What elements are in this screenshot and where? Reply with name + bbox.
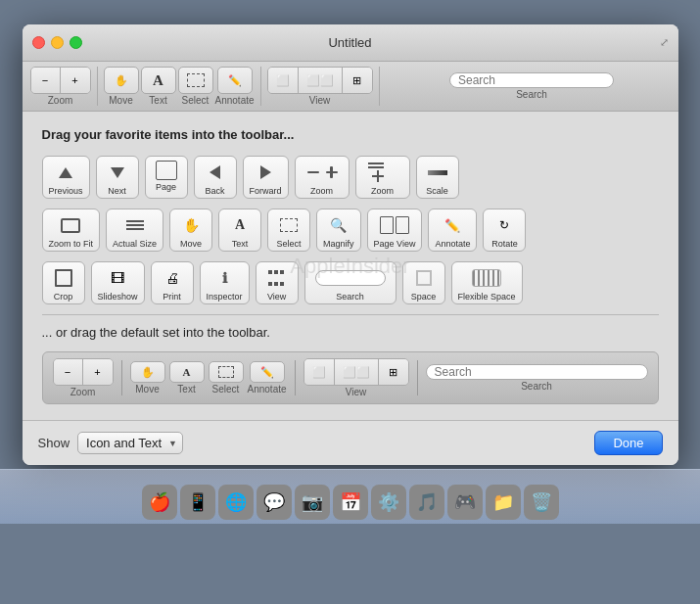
main-window: Untitled ⤢ − + Zoom ✋ Move A <box>23 24 678 465</box>
hand-icon: ✋ <box>115 74 128 87</box>
item-rotate[interactable]: ↻ Rotate <box>483 209 526 252</box>
close-button[interactable] <box>32 36 45 49</box>
toolbar-select-group: Select <box>178 67 213 106</box>
dock-icon-1[interactable]: 📱 <box>180 485 215 520</box>
annotate-btn[interactable]: ✏️ <box>217 67 253 94</box>
item-print[interactable]: 🖨 Print <box>151 261 194 304</box>
default-text-btn[interactable]: A <box>169 361 205 383</box>
show-select[interactable]: Icon and Text Icon Only Text Only <box>77 432 183 454</box>
default-zoom-label: Zoom <box>70 387 96 397</box>
previous-label: Previous <box>49 186 83 196</box>
zoom-segmented[interactable]: − + <box>30 67 91 94</box>
default-sep1 <box>121 360 122 395</box>
window-title: Untitled <box>328 35 371 50</box>
select-item-label: Select <box>277 239 302 249</box>
search-item-label: Search <box>336 292 364 302</box>
flexible-space-icon <box>472 266 501 290</box>
item-text[interactable]: A Text <box>218 209 261 252</box>
dock-icon-2[interactable]: 🌐 <box>218 485 254 520</box>
dock-icon-0[interactable]: 🍎 <box>142 485 177 520</box>
dock-icon-6[interactable]: ⚙️ <box>371 485 406 520</box>
dock: 🍎 📱 🌐 💬 📷 📅 ⚙️ 🎵 🎮 📁 🗑️ <box>0 469 700 524</box>
done-button[interactable]: Done <box>594 431 662 455</box>
space-label: Space <box>411 292 437 302</box>
view-double[interactable]: ⬜⬜ <box>299 68 343 93</box>
item-actual-size[interactable]: Actual Size <box>106 209 163 252</box>
dock-icon-5[interactable]: 📅 <box>333 485 368 520</box>
view-single[interactable]: ⬜ <box>268 68 299 93</box>
item-flexible-space[interactable]: Flexible Space <box>451 261 523 304</box>
default-view-seg[interactable]: ⬜ ⬜⬜ ⊞ <box>303 358 409 386</box>
item-next[interactable]: Next <box>96 156 139 199</box>
default-zoom-in[interactable]: + <box>83 359 113 385</box>
default-annotate-label: Annotate <box>248 384 287 395</box>
maximize-button[interactable] <box>70 36 82 49</box>
item-select[interactable]: Select <box>267 209 310 252</box>
default-view-3[interactable]: ⊞ <box>379 359 408 385</box>
item-page[interactable]: Page <box>145 156 188 199</box>
default-zoom-seg[interactable]: − + <box>53 358 114 386</box>
zoom1-label: Zoom <box>310 186 333 196</box>
dock-icon-4[interactable]: 📷 <box>295 485 330 520</box>
item-page-view[interactable]: Page View <box>367 209 423 252</box>
items-row-2: Zoom to Fit Actual Size ✋ Move A Text <box>42 209 659 252</box>
item-move[interactable]: ✋ Move <box>169 209 212 252</box>
default-search-group: Search <box>426 364 648 392</box>
item-slideshow[interactable]: 🎞 Slideshow <box>91 261 145 304</box>
item-crop[interactable]: Crop <box>42 261 85 304</box>
default-view-2[interactable]: ⬜⬜ <box>335 359 379 385</box>
item-magnify[interactable]: 🔍 Magnify <box>316 209 361 252</box>
default-move-btn[interactable]: ✋ <box>130 361 165 383</box>
select-btn[interactable] <box>178 67 213 94</box>
dock-icon-8[interactable]: 🎮 <box>447 485 483 520</box>
dock-icon-7[interactable]: 🎵 <box>409 485 444 520</box>
default-search-input[interactable] <box>426 364 648 380</box>
item-annotate[interactable]: ✏️ Annotate <box>428 209 477 252</box>
item-inspector[interactable]: ℹ Inspector <box>200 261 250 304</box>
zoom-out-btn[interactable]: − <box>31 68 61 93</box>
minimize-button[interactable] <box>51 36 64 49</box>
item-zoom-1[interactable]: Zoom <box>295 156 350 199</box>
dock-icon-3[interactable]: 💬 <box>257 485 292 520</box>
titlebar: Untitled ⤢ <box>23 24 678 62</box>
item-forward[interactable]: Forward <box>243 156 289 199</box>
arrow-up-icon <box>51 161 80 184</box>
item-zoom-2[interactable]: Zoom <box>355 156 410 199</box>
text-btn[interactable]: A <box>141 67 176 94</box>
item-zoom-to-fit[interactable]: Zoom to Fit <box>42 209 101 252</box>
view-segmented[interactable]: ⬜ ⬜⬜ ⊞ <box>267 67 373 94</box>
crop-label: Crop <box>54 292 73 302</box>
default-text-group: A Text <box>169 361 205 395</box>
annotate-item-label: Annotate <box>435 239 470 249</box>
default-view-1[interactable]: ⬜ <box>304 359 335 385</box>
arrow-right-icon <box>251 161 280 184</box>
items-row-3: Crop 🎞 Slideshow 🖨 Print ℹ Inspector <box>42 261 659 304</box>
page-icon <box>156 161 177 180</box>
item-view[interactable]: View <box>256 261 299 304</box>
annotate-label: Annotate <box>215 95 255 106</box>
drag-title: Drag your favorite items into the toolba… <box>42 127 659 142</box>
item-scale[interactable]: Scale <box>416 156 459 199</box>
item-back[interactable]: Back <box>194 156 237 199</box>
item-search[interactable]: Search <box>304 261 397 304</box>
default-select-btn[interactable] <box>209 361 244 383</box>
dock-icon-9[interactable]: 📁 <box>486 485 521 520</box>
arrow-left-icon <box>201 161 230 184</box>
main-toolbar: − + Zoom ✋ Move A Text Select <box>23 62 678 112</box>
move-btn[interactable]: ✋ <box>104 67 139 94</box>
default-annotate-btn[interactable]: ✏️ <box>250 361 285 383</box>
dock-icon-10[interactable]: 🗑️ <box>524 485 559 520</box>
zoom-in-btn[interactable]: + <box>61 68 90 93</box>
search-input[interactable] <box>449 72 614 88</box>
view-item-label: View <box>267 292 286 302</box>
fullscreen-icon[interactable]: ⤢ <box>660 36 669 49</box>
item-previous[interactable]: Previous <box>42 156 90 199</box>
view-grid[interactable]: ⊞ <box>343 68 372 93</box>
items-row-1: Previous Next Page Back Forward <box>42 156 659 199</box>
search-item-input[interactable] <box>315 270 386 286</box>
zoom-label: Zoom <box>48 95 73 106</box>
item-space[interactable]: Space <box>402 261 445 304</box>
divider <box>42 314 659 315</box>
default-zoom-out[interactable]: − <box>54 359 83 385</box>
sep-1 <box>97 67 98 106</box>
